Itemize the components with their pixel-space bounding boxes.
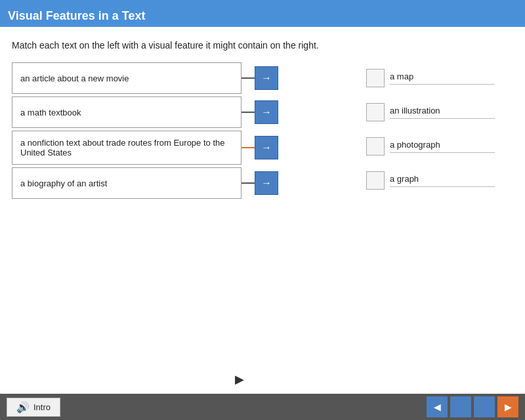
nav-page-2-button[interactable] [474,396,495,417]
arrow-icon-2: → [261,106,272,118]
left-column: an article about a new movie → a math te… [12,62,287,199]
connector-line-2 [242,112,255,113]
left-item-2: a math textbook → [12,96,287,128]
arrow-button-3[interactable]: → [255,136,278,159]
main-content: Match each text on the left with a visua… [0,27,525,394]
right-label-1: a map [390,72,495,85]
connector-line-3 [242,147,255,148]
left-label-2: a math textbook [20,108,81,117]
instructions: Match each text on the left with a visua… [12,40,513,51]
nav-page-1-button[interactable] [450,396,471,417]
speaker-icon: 🔊 [16,401,30,413]
intro-label: Intro [33,402,51,412]
bottom-bar: 🔊 Intro ◀ ▶ [0,394,525,420]
left-label-4: a biography of an artist [20,178,107,188]
left-item-4: a biography of an artist → [12,167,287,199]
arrow-button-2[interactable]: → [255,100,278,124]
arrow-button-1[interactable]: → [255,66,278,90]
arrow-icon-4: → [261,177,272,189]
arrow-icon-1: → [261,72,272,84]
top-bar [0,0,525,5]
nav-back-button[interactable]: ◀ [427,396,448,417]
right-item-1: a map [366,62,511,94]
left-text-box-4: a biography of an artist [12,167,242,199]
nav-buttons: ◀ ▶ [427,396,518,417]
left-label-3: a nonfiction text about trade routes fro… [20,138,233,158]
right-label-4: a graph [390,174,495,187]
right-checkbox-1[interactable] [366,69,385,87]
right-column: a map an illustration a photograph a gra… [366,62,511,196]
right-checkbox-3[interactable] [366,137,385,156]
arrow-button-4[interactable]: → [255,171,278,195]
connector-line-4 [242,182,255,184]
right-item-4: a graph [366,165,511,196]
left-label-1: an article about a new movie [20,74,129,83]
right-item-3: a photograph [366,131,511,162]
left-item-3: a nonfiction text about trade routes fro… [12,131,287,165]
right-label-3: a photograph [390,140,495,153]
right-label-2: an illustration [390,106,495,119]
left-text-box-1: an article about a new movie [12,62,242,94]
page-title: Visual Features in a Text [8,9,145,22]
right-checkbox-4[interactable] [366,171,385,190]
left-item-1: an article about a new movie → [12,62,287,94]
nav-forward-button[interactable]: ▶ [497,396,518,417]
left-text-box-2: a math textbook [12,96,242,128]
title-bar: Visual Features in a Text [0,5,525,27]
intro-button[interactable]: 🔊 Intro [7,398,60,417]
arrow-icon-3: → [261,142,272,154]
matching-area: an article about a new movie → a math te… [12,62,513,199]
right-checkbox-2[interactable] [366,103,385,121]
left-text-box-3: a nonfiction text about trade routes fro… [12,131,242,165]
connector-line-1 [242,77,255,79]
right-item-2: an illustration [366,96,511,128]
